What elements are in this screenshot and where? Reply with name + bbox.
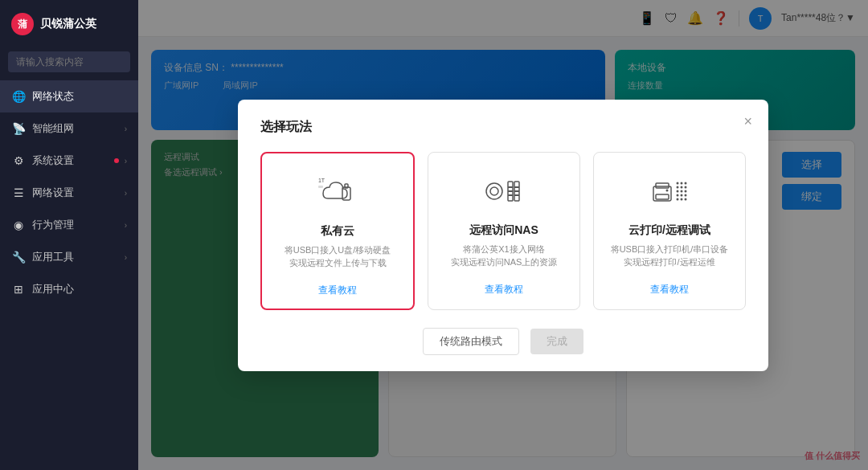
private-cloud-title: 私有云 (321, 224, 354, 239)
sidebar: 蒲 贝锐蒲公英 🌐 网络状态 📡 智能组网 › ⚙ 系统设置 › ☰ 网络设置 … (0, 0, 138, 470)
logo-icon: 蒲 (11, 13, 34, 35)
svg-point-21 (677, 186, 679, 188)
sidebar-item-label: 网络状态 (32, 89, 127, 104)
private-cloud-tutorial-link[interactable]: 查看教程 (318, 284, 357, 297)
sidebar-nav: 🌐 网络状态 📡 智能组网 › ⚙ 系统设置 › ☰ 网络设置 › ◉ 行为管理… (0, 80, 138, 470)
svg-point-22 (681, 186, 683, 188)
svg-point-26 (685, 190, 687, 192)
option-cloud-print[interactable]: 云打印/远程调试 将USB口接入打印机/串口设备 实现远程打印/远程运维 查看教… (593, 152, 746, 310)
svg-point-29 (685, 194, 687, 196)
svg-rect-10 (508, 190, 513, 192)
sidebar-item-label: 行为管理 (32, 218, 118, 232)
smart-network-icon: 📡 (11, 122, 26, 135)
app-center-icon: ⊞ (11, 283, 26, 296)
sidebar-item-label: 应用工具 (32, 250, 118, 264)
svg-rect-11 (514, 190, 519, 192)
chevron-right-icon: › (125, 189, 127, 198)
tools-icon: 🔧 (11, 251, 26, 264)
cloud-print-title: 云打印/远程调试 (628, 223, 710, 238)
done-button[interactable]: 完成 (530, 329, 583, 354)
svg-point-25 (681, 190, 683, 192)
svg-point-17 (666, 189, 669, 191)
nas-icon (481, 167, 526, 215)
svg-point-32 (685, 198, 687, 200)
sidebar-search-container (8, 51, 130, 72)
svg-rect-15 (656, 183, 669, 188)
option-remote-nas[interactable]: 远程访问NAS 将蒲公英X1接入网络 实现远程访问NAS上的资源 查看教程 (428, 152, 580, 310)
remote-nas-tutorial-link[interactable]: 查看教程 (485, 283, 523, 296)
svg-point-23 (685, 186, 687, 188)
settings-icon: ⚙ (11, 154, 26, 167)
svg-point-31 (681, 198, 683, 200)
chevron-right-icon: › (125, 221, 127, 230)
chevron-right-icon: › (125, 253, 127, 262)
network-status-icon: 🌐 (11, 90, 26, 103)
svg-point-28 (681, 194, 683, 196)
remote-nas-title: 远程访问NAS (469, 223, 538, 238)
main-content: 📱 🛡 🔔 ❓ T Tan*****48位？▼ 设备信息 SN： *******… (138, 0, 868, 470)
search-input[interactable] (8, 51, 130, 72)
svg-point-19 (681, 182, 683, 184)
sidebar-item-system-settings[interactable]: ⚙ 系统设置 › (0, 145, 138, 177)
modal-options: 1T 私有云 将USB口接入U盘/移动硬盘 实现远程文件上传与下载 查看教程 (260, 152, 746, 310)
sidebar-item-label: 智能组网 (32, 121, 118, 136)
sidebar-item-smart-network[interactable]: 📡 智能组网 › (0, 112, 138, 145)
sidebar-item-app-tools[interactable]: 🔧 应用工具 › (0, 241, 138, 273)
private-cloud-icon: 1T (315, 168, 360, 216)
sidebar-item-label: 应用中心 (32, 282, 127, 296)
svg-point-24 (677, 190, 679, 192)
svg-point-30 (677, 198, 679, 200)
modal-footer: 传统路由模式 完成 (260, 328, 746, 355)
notification-dot (114, 158, 119, 163)
chevron-right-icon: › (125, 157, 127, 166)
logo-text: 贝锐蒲公英 (40, 17, 96, 31)
modal-title: 选择玩法 (260, 119, 746, 136)
svg-rect-9 (514, 186, 519, 188)
chevron-right-icon: › (125, 125, 127, 133)
svg-rect-13 (514, 194, 519, 196)
svg-point-27 (677, 194, 679, 196)
svg-rect-8 (508, 186, 513, 188)
traditional-mode-button[interactable]: 传统路由模式 (423, 328, 519, 355)
sidebar-item-network-status[interactable]: 🌐 网络状态 (0, 80, 138, 112)
sidebar-item-behavior-mgmt[interactable]: ◉ 行为管理 › (0, 209, 138, 241)
modal-dialog: 选择玩法 × 1T (238, 100, 768, 371)
private-cloud-desc: 将USB口接入U盘/移动硬盘 实现远程文件上传与下载 (285, 243, 391, 276)
sidebar-item-app-center[interactable]: ⊞ 应用中心 (0, 273, 138, 305)
svg-point-20 (685, 182, 687, 184)
cloud-print-desc: 将USB口接入打印机/串口设备 实现远程打印/远程运维 (611, 243, 729, 275)
svg-point-18 (677, 182, 679, 184)
logo: 蒲 贝锐蒲公英 (0, 0, 138, 48)
svg-text:1T: 1T (318, 178, 326, 183)
sidebar-item-network-config[interactable]: ☰ 网络设置 › (0, 177, 138, 209)
modal-overlay: 选择玩法 × 1T (138, 0, 868, 470)
svg-rect-3 (345, 184, 348, 188)
cloud-print-tutorial-link[interactable]: 查看教程 (650, 283, 689, 296)
sidebar-item-label: 网络设置 (32, 186, 118, 200)
network-config-icon: ☰ (11, 186, 26, 199)
svg-rect-16 (656, 194, 669, 199)
sidebar-item-label: 系统设置 (32, 153, 118, 168)
svg-rect-0 (318, 186, 323, 188)
print-icon (647, 167, 692, 215)
option-private-cloud[interactable]: 1T 私有云 将USB口接入U盘/移动硬盘 实现远程文件上传与下载 查看教程 (260, 152, 415, 310)
svg-point-4 (486, 183, 502, 199)
close-icon[interactable]: × (743, 114, 752, 129)
svg-rect-12 (508, 194, 513, 196)
svg-point-5 (490, 187, 498, 195)
remote-nas-desc: 将蒲公英X1接入网络 实现远程访问NAS上的资源 (451, 243, 558, 275)
behavior-icon: ◉ (11, 219, 26, 231)
